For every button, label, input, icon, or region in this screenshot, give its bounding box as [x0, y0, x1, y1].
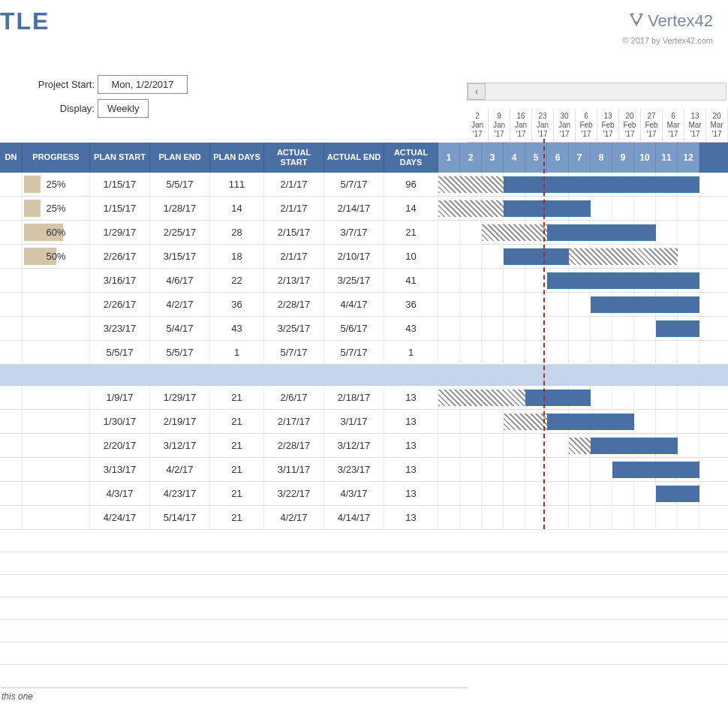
cell-dn[interactable] — [0, 293, 23, 316]
cell-plan-start[interactable]: 2/26/17 — [90, 245, 150, 268]
cell-actual-start[interactable]: 2/1/17 — [264, 245, 324, 268]
cell-plan-start[interactable]: 5/5/17 — [90, 341, 150, 364]
cell-dn[interactable] — [0, 245, 23, 268]
cell-progress[interactable] — [23, 293, 90, 316]
cell-progress[interactable] — [23, 458, 90, 481]
cell-plan-days[interactable]: 21 — [210, 386, 264, 409]
cell-plan-start[interactable]: 4/24/17 — [90, 506, 150, 529]
cell-plan-days[interactable]: 43 — [210, 317, 264, 340]
cell-actual-end[interactable]: 3/23/17 — [324, 458, 384, 481]
task-row[interactable]: 1/30/172/19/17212/17/173/1/1713 — [0, 410, 728, 434]
cell-actual-end[interactable]: 5/6/17 — [324, 317, 384, 340]
cell-actual-days[interactable]: 13 — [384, 506, 438, 529]
cell-dn[interactable] — [0, 410, 23, 433]
cell-plan-end[interactable]: 5/4/17 — [150, 317, 210, 340]
cell-dn[interactable] — [0, 506, 23, 529]
cell-dn[interactable] — [0, 482, 23, 505]
cell-actual-days[interactable]: 13 — [384, 434, 438, 457]
timeline-scrollbar[interactable]: ‹ — [467, 83, 726, 101]
cell-actual-start[interactable]: 3/25/17 — [264, 317, 324, 340]
cell-actual-end[interactable]: 3/7/17 — [324, 221, 384, 244]
cell-actual-end[interactable]: 2/10/17 — [324, 245, 384, 268]
cell-actual-end[interactable]: 3/1/17 — [324, 410, 384, 433]
cell-actual-start[interactable]: 3/22/17 — [264, 482, 324, 505]
cell-plan-days[interactable]: 1 — [210, 341, 264, 364]
task-row[interactable]: 3/23/175/4/17433/25/175/6/1743 — [0, 317, 728, 341]
task-row[interactable]: 4/3/174/23/17213/22/174/3/1713 — [0, 482, 728, 506]
cell-plan-days[interactable]: 21 — [210, 458, 264, 481]
cell-actual-days[interactable]: 10 — [384, 245, 438, 268]
cell-actual-start[interactable]: 2/13/17 — [264, 269, 324, 292]
cell-plan-days[interactable]: 18 — [210, 245, 264, 268]
cell-plan-start[interactable]: 3/23/17 — [90, 317, 150, 340]
cell-actual-start[interactable]: 3/11/17 — [264, 458, 324, 481]
cell-actual-end[interactable]: 5/7/17 — [324, 173, 384, 196]
task-row[interactable]: 5/5/175/5/1715/7/175/7/171 — [0, 341, 728, 365]
cell-plan-days[interactable]: 21 — [210, 482, 264, 505]
task-row[interactable]: 60%1/29/172/25/17282/15/173/7/1721 — [0, 221, 728, 245]
cell-actual-end[interactable]: 5/7/17 — [324, 341, 384, 364]
cell-actual-days[interactable]: 43 — [384, 317, 438, 340]
cell-plan-end[interactable]: 5/5/17 — [150, 341, 210, 364]
cell-plan-start[interactable]: 1/9/17 — [90, 386, 150, 409]
cell-plan-end[interactable]: 5/5/17 — [150, 173, 210, 196]
cell-actual-start[interactable]: 2/6/17 — [264, 386, 324, 409]
cell-actual-start[interactable]: 2/28/17 — [264, 434, 324, 457]
cell-plan-end[interactable]: 2/25/17 — [150, 221, 210, 244]
cell-plan-end[interactable]: 2/19/17 — [150, 410, 210, 433]
cell-progress[interactable]: 50% — [23, 245, 90, 268]
cell-actual-days[interactable]: 21 — [384, 221, 438, 244]
cell-progress[interactable] — [23, 317, 90, 340]
cell-actual-start[interactable]: 2/1/17 — [264, 173, 324, 196]
cell-actual-start[interactable]: 2/28/17 — [264, 293, 324, 316]
cell-progress[interactable] — [23, 410, 90, 433]
project-start-input[interactable]: Mon, 1/2/2017 — [98, 75, 188, 94]
cell-plan-days[interactable]: 14 — [210, 197, 264, 220]
cell-dn[interactable] — [0, 197, 23, 220]
cell-dn[interactable] — [0, 173, 23, 196]
cell-actual-days[interactable]: 1 — [384, 341, 438, 364]
task-row[interactable]: 50%2/26/173/15/17182/1/172/10/1710 — [0, 245, 728, 269]
cell-progress[interactable]: 60% — [23, 221, 90, 244]
cell-plan-start[interactable]: 1/29/17 — [90, 221, 150, 244]
cell-progress[interactable] — [23, 269, 90, 292]
cell-progress[interactable]: 25% — [23, 197, 90, 220]
cell-actual-start[interactable]: 5/7/17 — [264, 341, 324, 364]
scroll-back-button[interactable]: ‹ — [468, 83, 486, 100]
cell-actual-end[interactable]: 3/25/17 — [324, 269, 384, 292]
cell-actual-start[interactable]: 4/2/17 — [264, 506, 324, 529]
cell-plan-start[interactable]: 1/15/17 — [90, 173, 150, 196]
task-row[interactable]: 1/9/171/29/17212/6/172/18/1713 — [0, 386, 728, 410]
cell-plan-end[interactable]: 4/2/17 — [150, 458, 210, 481]
cell-plan-days[interactable]: 36 — [210, 293, 264, 316]
cell-actual-days[interactable]: 13 — [384, 410, 438, 433]
cell-progress[interactable] — [23, 386, 90, 409]
cell-plan-start[interactable]: 2/26/17 — [90, 293, 150, 316]
cell-actual-days[interactable]: 14 — [384, 197, 438, 220]
task-row[interactable]: 3/13/174/2/17213/11/173/23/1713 — [0, 458, 728, 482]
task-row[interactable]: 25%1/15/175/5/171112/1/175/7/1796 — [0, 173, 728, 197]
cell-plan-start[interactable]: 1/30/17 — [90, 410, 150, 433]
cell-actual-end[interactable]: 4/4/17 — [324, 293, 384, 316]
cell-plan-end[interactable]: 4/23/17 — [150, 482, 210, 505]
cell-actual-start[interactable]: 2/1/17 — [264, 197, 324, 220]
cell-progress[interactable] — [23, 434, 90, 457]
cell-actual-end[interactable]: 3/12/17 — [324, 434, 384, 457]
cell-progress[interactable] — [23, 506, 90, 529]
cell-plan-end[interactable]: 4/6/17 — [150, 269, 210, 292]
cell-dn[interactable] — [0, 221, 23, 244]
task-row[interactable]: 3/16/174/6/17222/13/173/25/1741 — [0, 269, 728, 293]
cell-progress[interactable]: 25% — [23, 173, 90, 196]
cell-actual-end[interactable]: 4/14/17 — [324, 506, 384, 529]
task-row[interactable]: 2/20/173/12/17212/28/173/12/1713 — [0, 434, 728, 458]
cell-actual-end[interactable]: 2/14/17 — [324, 197, 384, 220]
cell-plan-days[interactable]: 21 — [210, 410, 264, 433]
cell-actual-start[interactable]: 2/17/17 — [264, 410, 324, 433]
cell-actual-days[interactable]: 41 — [384, 269, 438, 292]
cell-actual-end[interactable]: 4/3/17 — [324, 482, 384, 505]
task-row[interactable]: 2/26/174/2/17362/28/174/4/1736 — [0, 293, 728, 317]
cell-plan-days[interactable]: 21 — [210, 434, 264, 457]
cell-progress[interactable] — [23, 482, 90, 505]
cell-dn[interactable] — [0, 386, 23, 409]
cell-actual-days[interactable]: 13 — [384, 386, 438, 409]
